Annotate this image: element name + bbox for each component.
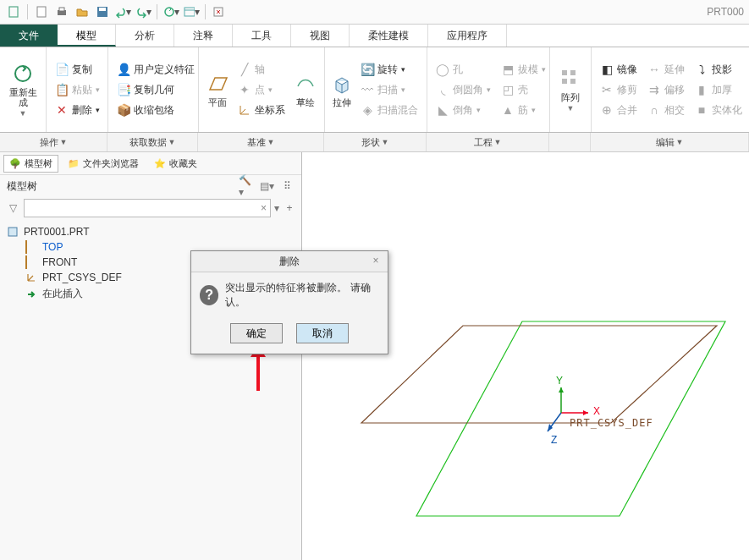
sidetab-folder[interactable]: 📁文件夹浏览器: [62, 155, 145, 173]
group-engineering[interactable]: 工程▼: [427, 133, 549, 151]
plane-button[interactable]: 平面: [204, 51, 231, 129]
axis-button[interactable]: ╱轴: [234, 60, 289, 79]
regen-icon[interactable]: ▾: [162, 3, 179, 20]
trim-button[interactable]: ✂修剪: [597, 80, 641, 99]
open-icon[interactable]: [74, 3, 91, 20]
svg-rect-5: [99, 8, 106, 11]
part-icon: [7, 226, 19, 238]
csys-button[interactable]: 坐标系: [234, 101, 289, 119]
extrude-button[interactable]: 拉伸: [330, 51, 354, 129]
graphics-canvas[interactable]: X Y Z PRT_CSYS_DEF: [302, 152, 749, 560]
tree-filter-row: ▽ × ▾ +: [0, 197, 301, 219]
ok-button[interactable]: 确定: [230, 323, 283, 343]
group-pattern: [549, 133, 591, 151]
close-win-icon[interactable]: [211, 3, 228, 20]
filter-add[interactable]: +: [283, 202, 296, 214]
sweep-icon: 〰: [361, 83, 374, 96]
filter-dropdown[interactable]: ▾: [274, 202, 279, 214]
cancel-button[interactable]: 取消: [296, 323, 349, 343]
merge-button[interactable]: ⊕合并: [597, 101, 641, 119]
tab-view[interactable]: 视图: [291, 25, 350, 47]
dialog-buttons: 确定 取消: [191, 318, 388, 354]
filter-input[interactable]: [28, 201, 261, 215]
tab-annotate[interactable]: 注释: [174, 25, 233, 47]
separator: [157, 4, 157, 19]
shrinkwrap-button[interactable]: 📦收缩包络: [113, 101, 198, 119]
round-button[interactable]: ◟倒圆角▾: [432, 80, 494, 99]
tree-tool-show-icon[interactable]: ▤▾: [259, 178, 274, 194]
tree-tool-settings-icon[interactable]: ⠿: [279, 178, 295, 194]
blend-button[interactable]: ◈扫描混合: [357, 101, 421, 119]
blend-icon: ◈: [361, 103, 374, 117]
tab-flex[interactable]: 柔性建模: [350, 25, 428, 47]
group-shape[interactable]: 形状▼: [324, 133, 427, 151]
window-title: PRT000: [707, 0, 744, 24]
svg-rect-13: [562, 79, 567, 84]
group-operate[interactable]: 操作▼: [0, 133, 107, 151]
tab-tools[interactable]: 工具: [233, 25, 291, 47]
redo-icon[interactable]: ▾: [135, 3, 151, 20]
svg-rect-3: [59, 8, 64, 11]
thick-icon: ▮: [695, 83, 708, 96]
group-datum[interactable]: 基准▼: [198, 133, 324, 151]
tab-model[interactable]: 模型: [58, 25, 116, 47]
svg-marker-19: [559, 387, 564, 393]
offset-button[interactable]: ⇉偏移: [644, 80, 688, 99]
new-icon[interactable]: [5, 3, 22, 20]
point-button[interactable]: ✦点▾: [234, 80, 289, 99]
tree-root[interactable]: PRT0001.PRT: [0, 224, 301, 239]
print-icon[interactable]: [53, 3, 70, 20]
extend-button[interactable]: ↔延伸: [644, 60, 688, 79]
shell-button[interactable]: ◰壳: [498, 80, 549, 99]
axis-x-label: X: [593, 405, 600, 417]
separator: [27, 4, 28, 19]
draft-button[interactable]: ⬒拔模▾: [498, 60, 549, 79]
filter-icon[interactable]: ▽: [5, 200, 20, 216]
group-getdata[interactable]: 获取数据▼: [107, 133, 198, 151]
filter-input-box[interactable]: ×: [24, 199, 271, 217]
group-edit[interactable]: 编辑▼: [591, 133, 749, 151]
save-icon[interactable]: [94, 3, 111, 20]
rib-button[interactable]: ▲筋▾: [498, 101, 549, 119]
thicken-button[interactable]: ▮加厚: [691, 80, 746, 99]
sidetab-favorites[interactable]: ⭐收藏夹: [148, 155, 203, 173]
folder-icon: 📁: [68, 157, 80, 169]
chamfer-button[interactable]: ◣倒角▾: [432, 101, 494, 119]
delete-dialog: 删除 × ? 突出显示的特征将被删除。 请确认。 确定 取消: [190, 250, 388, 354]
star-icon: ⭐: [154, 157, 166, 169]
filter-clear[interactable]: ×: [261, 202, 267, 214]
csys-icon: [25, 272, 37, 283]
solidify-button[interactable]: ■实体化: [691, 101, 746, 119]
pattern-button[interactable]: 阵列▼: [555, 51, 586, 129]
question-icon: ?: [200, 285, 218, 305]
new-doc-icon[interactable]: [33, 3, 50, 20]
revolve-button[interactable]: 🔄旋转▾: [357, 60, 421, 79]
dialog-close-button[interactable]: ×: [369, 254, 383, 267]
svg-rect-14: [570, 79, 576, 84]
project-icon: ⤵: [695, 63, 708, 76]
sketch-button[interactable]: 草绘: [292, 51, 319, 129]
window-icon[interactable]: ▾: [183, 3, 200, 20]
paste-button[interactable]: 📋粘贴▾: [52, 80, 103, 99]
delete-button[interactable]: ✕删除▾: [52, 101, 103, 119]
intersect-button[interactable]: ∩相交: [644, 101, 688, 119]
dialog-titlebar[interactable]: 删除 ×: [191, 251, 388, 272]
shrink-icon: 📦: [117, 103, 130, 117]
sweep-button[interactable]: 〰扫描▾: [357, 80, 421, 99]
copygeom-button[interactable]: 📑复制几何: [113, 80, 198, 99]
sidetab-model-tree[interactable]: 🌳模型树: [3, 155, 58, 173]
tab-file[interactable]: 文件: [0, 25, 58, 47]
tab-apps[interactable]: 应用程序: [428, 25, 507, 47]
project-button[interactable]: ⤵投影: [691, 60, 746, 79]
tab-analysis[interactable]: 分析: [116, 25, 174, 47]
tree-tool-hammer-icon[interactable]: 🔨▾: [239, 178, 254, 194]
mirror-button[interactable]: ◧镜像: [597, 60, 641, 79]
ribbon-group-labels: 操作▼ 获取数据▼ 基准▼ 形状▼ 工程▼ 编辑▼: [0, 133, 749, 152]
copy-button[interactable]: 📄复制: [52, 60, 103, 79]
undo-icon[interactable]: ▾: [114, 3, 131, 20]
udf-button[interactable]: 👤用户定义特征: [113, 60, 198, 79]
udf-icon: 👤: [117, 63, 130, 76]
svg-rect-11: [562, 70, 567, 75]
hole-button[interactable]: ◯孔: [432, 60, 494, 79]
regenerate-button[interactable]: 重新生成▼: [5, 51, 41, 129]
